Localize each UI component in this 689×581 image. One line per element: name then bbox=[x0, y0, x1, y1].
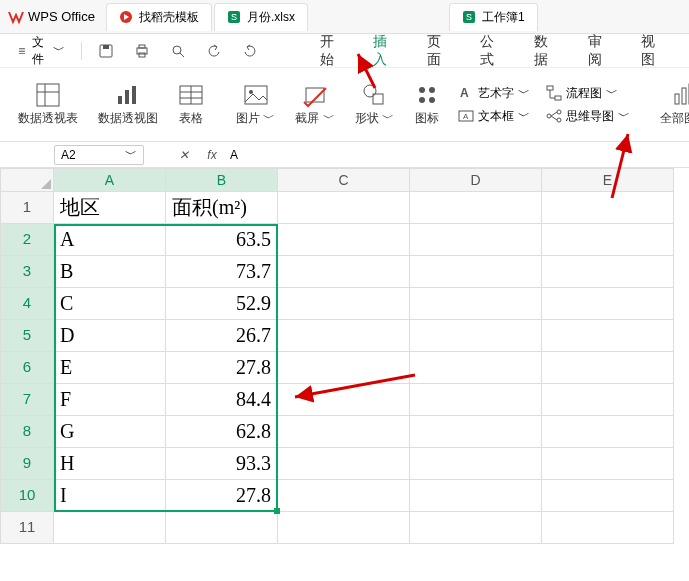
picture-button[interactable]: 图片 ﹀ bbox=[226, 82, 285, 127]
cell[interactable]: B bbox=[54, 256, 166, 288]
cell[interactable] bbox=[542, 480, 674, 512]
file-menu[interactable]: ≡ 文件 ﹀ bbox=[8, 30, 73, 72]
cell[interactable] bbox=[542, 512, 674, 544]
row-header[interactable]: 11 bbox=[0, 512, 54, 544]
shapes-button[interactable]: 形状 ﹀ bbox=[345, 82, 404, 127]
cell[interactable] bbox=[410, 384, 542, 416]
mindmap-button[interactable]: 思维导图﹀ bbox=[546, 108, 630, 125]
cell[interactable] bbox=[278, 480, 410, 512]
quick-access: ≡ 文件 ﹀ bbox=[8, 30, 266, 72]
cell[interactable] bbox=[410, 448, 542, 480]
table-button[interactable]: 表格 bbox=[168, 82, 214, 127]
row-header[interactable]: 6 bbox=[0, 352, 54, 384]
tab-templates[interactable]: 找稻壳模板 bbox=[106, 3, 212, 31]
cell[interactable]: D bbox=[54, 320, 166, 352]
cell[interactable] bbox=[410, 224, 542, 256]
cell[interactable] bbox=[278, 352, 410, 384]
cell[interactable] bbox=[542, 416, 674, 448]
cell[interactable]: 63.5 bbox=[166, 224, 278, 256]
cell[interactable] bbox=[278, 288, 410, 320]
cell[interactable] bbox=[278, 384, 410, 416]
cell[interactable] bbox=[278, 256, 410, 288]
pivot-chart-button[interactable]: 数据透视图 bbox=[88, 82, 168, 127]
row-header[interactable]: 9 bbox=[0, 448, 54, 480]
cell[interactable] bbox=[54, 512, 166, 544]
cell[interactable] bbox=[410, 416, 542, 448]
cell[interactable] bbox=[542, 288, 674, 320]
cell[interactable] bbox=[278, 512, 410, 544]
select-all-corner[interactable] bbox=[0, 168, 54, 192]
save-button[interactable] bbox=[90, 39, 122, 63]
cell[interactable] bbox=[278, 192, 410, 224]
svg-point-30 bbox=[429, 97, 435, 103]
cell[interactable]: 地区 bbox=[54, 192, 166, 224]
cell[interactable] bbox=[410, 320, 542, 352]
redo-button[interactable] bbox=[234, 39, 266, 63]
cell[interactable] bbox=[410, 512, 542, 544]
cell[interactable] bbox=[542, 320, 674, 352]
cell[interactable] bbox=[542, 448, 674, 480]
cancel-icon[interactable]: ✕ bbox=[174, 148, 194, 162]
svg-line-11 bbox=[180, 53, 184, 57]
cell[interactable]: 73.7 bbox=[166, 256, 278, 288]
col-header-a[interactable]: A bbox=[54, 168, 166, 192]
col-header-e[interactable]: E bbox=[542, 168, 674, 192]
screenshot-button[interactable]: 截屏 ﹀ bbox=[285, 82, 344, 127]
row-header[interactable]: 8 bbox=[0, 416, 54, 448]
cell[interactable] bbox=[542, 224, 674, 256]
cell[interactable] bbox=[278, 416, 410, 448]
col-header-d[interactable]: D bbox=[410, 168, 542, 192]
row-header[interactable]: 3 bbox=[0, 256, 54, 288]
row-header[interactable]: 4 bbox=[0, 288, 54, 320]
col-header-c[interactable]: C bbox=[278, 168, 410, 192]
tab-monthfile[interactable]: S 月份.xlsx bbox=[214, 3, 308, 31]
cell[interactable] bbox=[410, 352, 542, 384]
formula-input[interactable]: A bbox=[230, 148, 350, 162]
textbox-button[interactable]: A 文本框﹀ bbox=[458, 108, 530, 125]
cell[interactable] bbox=[166, 512, 278, 544]
undo-button[interactable] bbox=[198, 39, 230, 63]
cell[interactable]: 27.8 bbox=[166, 352, 278, 384]
row-header[interactable]: 7 bbox=[0, 384, 54, 416]
flowchart-button[interactable]: 流程图﹀ bbox=[546, 85, 630, 102]
row-header[interactable]: 5 bbox=[0, 320, 54, 352]
cell[interactable]: 26.7 bbox=[166, 320, 278, 352]
cell[interactable]: C bbox=[54, 288, 166, 320]
name-box[interactable]: A2 ﹀ bbox=[54, 145, 144, 165]
separator bbox=[81, 42, 82, 60]
cell[interactable]: A bbox=[54, 224, 166, 256]
pivot-table-button[interactable]: 数据透视表 bbox=[8, 82, 88, 127]
cell[interactable] bbox=[278, 448, 410, 480]
cell[interactable] bbox=[410, 480, 542, 512]
cell[interactable]: 93.3 bbox=[166, 448, 278, 480]
cell[interactable] bbox=[410, 288, 542, 320]
cell[interactable]: 52.9 bbox=[166, 288, 278, 320]
cell[interactable] bbox=[410, 192, 542, 224]
row-header[interactable]: 10 bbox=[0, 480, 54, 512]
print-button[interactable] bbox=[126, 39, 158, 63]
icons-button[interactable]: 图标 bbox=[404, 82, 450, 127]
cell[interactable]: F bbox=[54, 384, 166, 416]
cell[interactable]: I bbox=[54, 480, 166, 512]
cell[interactable]: 84.4 bbox=[166, 384, 278, 416]
cell[interactable] bbox=[542, 192, 674, 224]
cell[interactable] bbox=[278, 320, 410, 352]
cell[interactable] bbox=[542, 352, 674, 384]
fx-icon[interactable]: fx bbox=[202, 148, 222, 162]
preview-button[interactable] bbox=[162, 39, 194, 63]
cell[interactable]: 面积(m²) bbox=[166, 192, 278, 224]
cell[interactable]: E bbox=[54, 352, 166, 384]
wordart-button[interactable]: A 艺术字﹀ bbox=[458, 85, 530, 102]
cell[interactable] bbox=[542, 384, 674, 416]
cell[interactable] bbox=[278, 224, 410, 256]
cell[interactable] bbox=[542, 256, 674, 288]
cell[interactable]: G bbox=[54, 416, 166, 448]
row-header[interactable]: 2 bbox=[0, 224, 54, 256]
cell[interactable] bbox=[410, 256, 542, 288]
cell[interactable]: 27.8 bbox=[166, 480, 278, 512]
cell[interactable]: 62.8 bbox=[166, 416, 278, 448]
all-charts-button[interactable]: 全部图表 bbox=[650, 82, 689, 127]
col-header-b[interactable]: B bbox=[166, 168, 278, 192]
cell[interactable]: H bbox=[54, 448, 166, 480]
row-header[interactable]: 1 bbox=[0, 192, 54, 224]
